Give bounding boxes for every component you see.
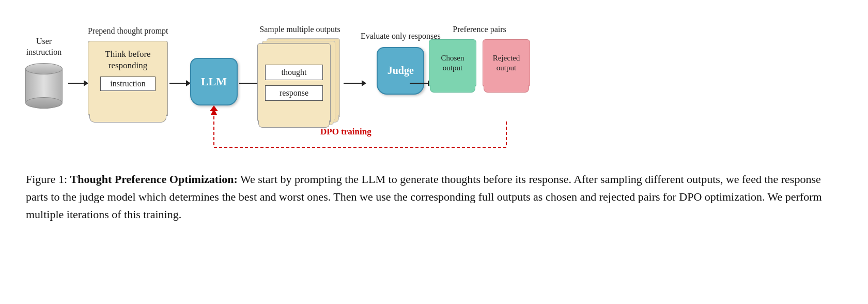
red-triangle-up <box>210 105 218 111</box>
preference-pairs-label: Preference pairs <box>429 25 530 34</box>
sample-label: Sample multiple outputs <box>257 25 343 34</box>
doc-title-text: Think before responding <box>95 49 161 71</box>
llm-box: LLM <box>190 58 238 105</box>
response-box: response <box>265 85 323 101</box>
figure-number: Figure 1: <box>26 173 67 186</box>
prepend-doc-group: Prepend thought prompt Think before resp… <box>88 26 168 116</box>
arrow-1 <box>68 80 88 86</box>
prepend-label: Prepend thought prompt <box>88 26 168 37</box>
thought-box: thought <box>265 65 323 80</box>
user-instruction-group: User instruction <box>21 36 67 109</box>
figure-bold-title: Thought Preference Optimization: <box>70 173 238 186</box>
doc-instruction-box: instruction <box>100 77 155 91</box>
rejected-output-card: Rejected output <box>483 39 530 87</box>
database-cylinder <box>25 63 63 109</box>
arrow-2 <box>169 80 191 86</box>
prepend-doc: Think before responding instruction <box>88 41 168 116</box>
judge-box: Judge <box>377 47 424 95</box>
figure-caption: Figure 1: Thought Preference Optimizatio… <box>0 165 868 229</box>
preference-pairs-group: Preference pairs Chosen output Rejected … <box>429 25 530 87</box>
llm-group: LLM <box>190 58 238 111</box>
sample-outputs-group: Sample multiple outputs thought response <box>257 25 343 126</box>
dpo-label: DPO training <box>320 127 371 137</box>
user-instruction-label: User instruction <box>21 36 67 58</box>
chosen-output-card: Chosen output <box>429 39 476 87</box>
